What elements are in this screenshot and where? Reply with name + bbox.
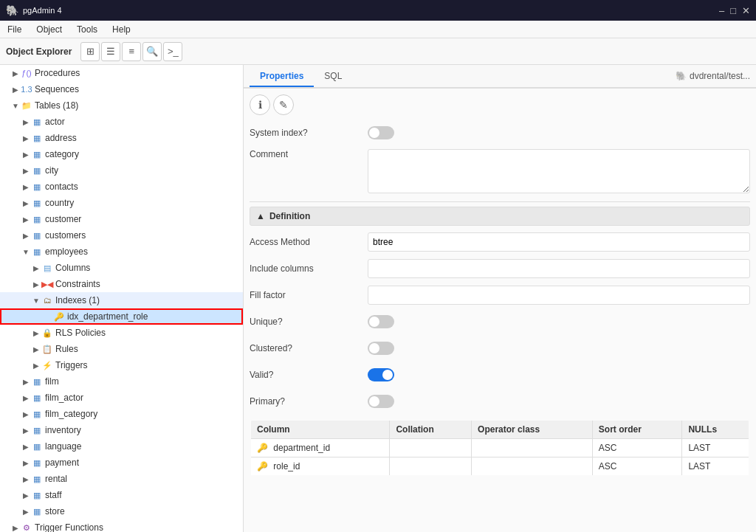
valid-toggle[interactable] <box>368 368 394 381</box>
properties-content: ℹ ✎ System index? Comment <box>244 89 756 532</box>
sidebar-item-triggers[interactable]: ▶ ⚡ Triggers <box>0 357 243 373</box>
label-category: category <box>45 149 79 159</box>
table-header-row: Column Collation Operator class Sort ord… <box>250 420 749 439</box>
properties-button[interactable]: ☰ <box>101 42 120 61</box>
sidebar: ▶ ƒ() Procedures ▶ 1.3 Sequences ▼ 📁 Tab… <box>0 65 244 532</box>
icon-procedures: ƒ() <box>21 67 32 79</box>
arrow-contacts: ▶ <box>21 183 31 191</box>
icon-address: ▦ <box>31 132 43 144</box>
include-columns-label: Include columns <box>250 263 368 274</box>
system-index-toggle[interactable] <box>368 126 394 139</box>
menu-file[interactable]: File <box>4 23 24 36</box>
col-icon-2: 🔑 <box>257 461 268 471</box>
sidebar-item-film-category[interactable]: ▶ ▦ film_category <box>0 406 243 422</box>
system-index-value <box>368 126 750 139</box>
definition-section-header[interactable]: ▲ Definition <box>250 207 750 226</box>
sidebar-item-store[interactable]: ▶ ▦ store <box>0 503 243 519</box>
object-explorer-label: Object Explorer <box>6 46 72 57</box>
primary-value <box>368 395 750 408</box>
cell-column-2: 🔑 role_id <box>250 457 390 477</box>
col-column-2: role_id <box>273 461 300 471</box>
system-index-row: System index? <box>250 122 750 143</box>
sidebar-item-actor[interactable]: ▶ ▦ actor <box>0 114 243 130</box>
icon-film-actor: ▦ <box>31 392 43 404</box>
sidebar-item-category[interactable]: ▶ ▦ category <box>0 146 243 162</box>
sidebar-item-rental[interactable]: ▶ ▦ rental <box>0 471 243 487</box>
sidebar-item-trigger-functions[interactable]: ▶ ⚙ Trigger Functions <box>0 519 243 532</box>
menu-object[interactable]: Object <box>33 23 65 36</box>
sidebar-item-columns[interactable]: ▶ ▤ Columns <box>0 260 243 276</box>
menu-tools[interactable]: Tools <box>74 23 100 36</box>
search-button[interactable]: 🔍 <box>142 42 162 61</box>
sidebar-item-payment[interactable]: ▶ ▦ payment <box>0 455 243 471</box>
fill-factor-input[interactable] <box>368 286 750 305</box>
icon-actor: ▦ <box>31 116 43 128</box>
edit-button[interactable]: ✎ <box>273 94 294 115</box>
sidebar-item-employees[interactable]: ▼ ▦ employees <box>0 243 243 260</box>
fill-factor-row: Fill factor <box>250 285 750 305</box>
sidebar-item-address[interactable]: ▶ ▦ address <box>0 130 243 146</box>
content-area: ▶ ƒ() Procedures ▶ 1.3 Sequences ▼ 📁 Tab… <box>0 65 756 532</box>
clustered-toggle[interactable] <box>368 342 394 355</box>
sidebar-item-constraints[interactable]: ▶ ▶◀ Constraints <box>0 276 243 292</box>
tab-properties[interactable]: Properties <box>250 66 314 87</box>
right-panel: Properties SQL 🐘 dvdrental/test... ℹ ✎ S… <box>244 65 756 532</box>
sql-button[interactable]: ≡ <box>122 42 141 61</box>
sidebar-item-indexes[interactable]: ▼ 🗂 Indexes (1) <box>0 292 243 308</box>
sidebar-item-language[interactable]: ▶ ▦ language <box>0 438 243 455</box>
label-store: store <box>45 506 65 517</box>
label-film-category: film_category <box>45 409 97 419</box>
arrow-customer: ▶ <box>21 215 31 224</box>
sidebar-item-customer[interactable]: ▶ ▦ customer <box>0 211 243 227</box>
label-triggers: Triggers <box>55 360 88 370</box>
sidebar-item-inventory[interactable]: ▶ ▦ inventory <box>0 422 243 438</box>
sidebar-item-staff[interactable]: ▶ ▦ staff <box>0 487 243 503</box>
unique-toggle[interactable] <box>368 315 394 328</box>
arrow-inventory: ▶ <box>21 426 31 435</box>
sidebar-item-rules[interactable]: ▶ 📋 Rules <box>0 341 243 357</box>
sidebar-item-film[interactable]: ▶ ▦ film <box>0 373 243 390</box>
sidebar-item-film-actor[interactable]: ▶ ▦ film_actor <box>0 390 243 406</box>
sidebar-item-rls[interactable]: ▶ 🔒 RLS Policies <box>0 325 243 341</box>
icon-constraints: ▶◀ <box>41 278 53 290</box>
arrow-actor: ▶ <box>21 118 31 126</box>
close-button[interactable]: ✕ <box>742 5 750 16</box>
sidebar-item-procedures[interactable]: ▶ ƒ() Procedures <box>0 65 243 81</box>
sidebar-item-customers[interactable]: ▶ ▦ customers <box>0 227 243 243</box>
dashboard-button[interactable]: ⊞ <box>80 42 100 61</box>
icon-idx: 🔑 <box>53 311 65 322</box>
sidebar-item-sequences[interactable]: ▶ 1.3 Sequences <box>0 81 243 97</box>
clustered-row: Clustered? <box>250 338 750 359</box>
menu-help[interactable]: Help <box>109 23 134 36</box>
label-indexes: Indexes (1) <box>55 295 100 305</box>
arrow-indexes: ▼ <box>31 297 41 305</box>
maximize-button[interactable]: □ <box>730 5 736 16</box>
clustered-label: Clustered? <box>250 343 368 353</box>
table-row: 🔑 department_id ASC LAST <box>250 439 749 457</box>
cell-sort-2: ASC <box>592 457 682 477</box>
primary-toggle[interactable] <box>368 395 394 408</box>
sidebar-item-contacts[interactable]: ▶ ▦ contacts <box>0 179 243 195</box>
include-columns-input[interactable] <box>368 259 750 278</box>
terminal-button[interactable]: >_ <box>163 42 182 61</box>
arrow-language: ▶ <box>21 443 31 451</box>
arrow-category: ▶ <box>21 151 31 159</box>
col-header-sort-order: Sort order <box>592 420 682 439</box>
sidebar-item-tables[interactable]: ▼ 📁 Tables (18) <box>0 97 243 114</box>
primary-label: Primary? <box>250 396 368 407</box>
sidebar-item-country[interactable]: ▶ ▦ country <box>0 195 243 211</box>
arrow-constraints: ▶ <box>31 280 41 289</box>
tab-sql[interactable]: SQL <box>314 66 352 87</box>
minimize-button[interactable]: – <box>719 5 724 16</box>
access-method-input[interactable] <box>368 232 750 252</box>
sidebar-item-city[interactable]: ▶ ▦ city <box>0 162 243 179</box>
icon-payment: ▦ <box>31 457 43 469</box>
label-country: country <box>45 198 74 208</box>
comment-textarea[interactable] <box>368 149 750 193</box>
sidebar-item-idx-department-role[interactable]: 🔑 idx_department_role <box>0 308 243 325</box>
arrow-payment: ▶ <box>21 459 31 467</box>
breadcrumb-icon: 🐘 <box>676 71 687 81</box>
arrow-film: ▶ <box>21 378 31 386</box>
info-button[interactable]: ℹ <box>250 94 270 115</box>
label-idx-department-role: idx_department_role <box>67 311 148 322</box>
